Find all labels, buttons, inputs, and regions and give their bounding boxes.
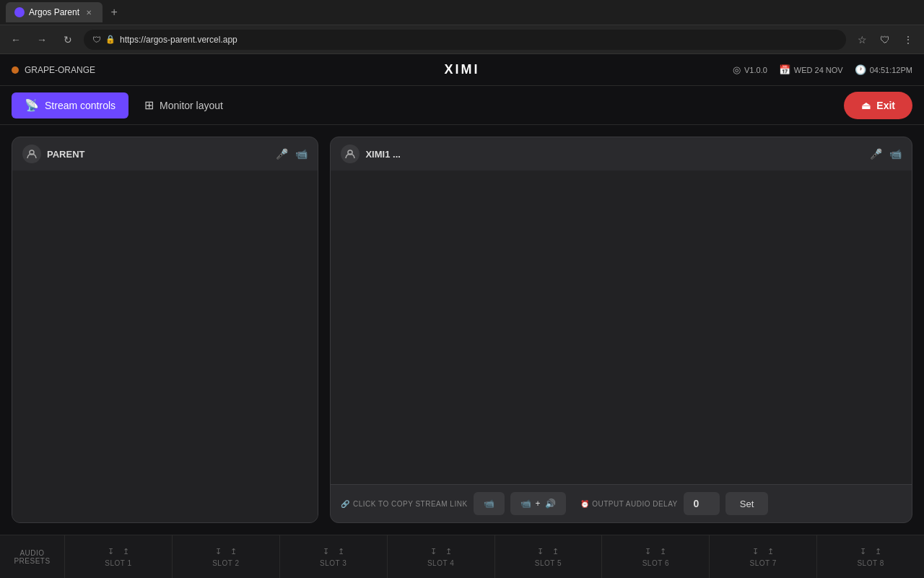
audio-presets-bar: AUDIO PRESETS ↧ ↥ SLOT 1 ↧ ↥ SLOT 2 ↧ ↥ … <box>0 535 924 578</box>
slot-7-arrows: ↧ ↥ <box>752 547 774 556</box>
alarm-icon: ⏰ <box>580 500 590 508</box>
ximi-panel: XIMI1 ... 🎤 📹 🔗 CLICK TO COPY STREAM LIN… <box>330 137 912 523</box>
ximi-video-area <box>331 171 912 484</box>
slot-1-up-arrow[interactable]: ↥ <box>123 547 129 556</box>
slot-7-down-arrow[interactable]: ↧ <box>752 547 759 556</box>
slot-8-label: SLOT 8 <box>857 559 884 567</box>
slot-1-arrows: ↧ ↥ <box>108 547 129 556</box>
exit-icon: ⏏ <box>861 100 871 111</box>
bookmark-button[interactable]: ☆ <box>852 30 872 50</box>
app-logo: XIMI <box>444 62 479 77</box>
parent-title-text: PARENT <box>47 149 84 160</box>
plus-icon: + <box>536 499 541 509</box>
slot-5-label: SLOT 5 <box>535 559 562 567</box>
address-bar[interactable]: 🛡 🔒 https://argos-parent.vercel.app <box>84 30 846 50</box>
slot-8-arrows: ↧ ↥ <box>860 547 881 556</box>
slot-7-label: SLOT 7 <box>750 559 777 567</box>
parent-panel-header: PARENT 🎤 📹 <box>12 137 318 171</box>
grid-icon: ⊞ <box>144 98 154 112</box>
tab-bar: Argos Parent ✕ + <box>6 2 918 22</box>
stream-link-section: 🔗 CLICK TO COPY STREAM LINK 📹 📹 + 🔊 <box>341 492 565 515</box>
time-text: 04:51:12PM <box>870 66 912 74</box>
slot-3-arrows: ↧ ↥ <box>323 547 344 556</box>
version-text: V1.0.0 <box>744 66 767 74</box>
shield-action-icon[interactable]: 🛡 <box>875 30 895 50</box>
ximi-camera-icon[interactable]: 📹 <box>889 148 902 160</box>
slot-7-up-arrow[interactable]: ↥ <box>767 547 774 556</box>
nav-actions: ☆ 🛡 ⋮ <box>852 30 918 50</box>
slot-2: ↧ ↥ SLOT 2 <box>173 535 280 578</box>
clock-icon: 🕐 <box>855 64 866 75</box>
header-left: GRAPE-ORANGE <box>12 65 95 75</box>
tab-close-button[interactable]: ✕ <box>84 7 94 17</box>
video-only-button[interactable]: 📹 <box>474 492 505 515</box>
video-icon: 📹 <box>484 499 494 509</box>
status-dot <box>12 66 19 74</box>
video-audio-button[interactable]: 📹 + 🔊 <box>510 492 566 515</box>
monitor-layout-label: Monitor layout <box>160 100 223 111</box>
slot-1-down-arrow[interactable]: ↧ <box>108 547 114 556</box>
back-button[interactable]: ← <box>6 30 26 50</box>
url-text: https://argos-parent.vercel.app <box>120 35 237 45</box>
slot-1: ↧ ↥ SLOT 1 <box>65 535 173 578</box>
parent-video-area <box>12 171 318 522</box>
version-info: ◎ V1.0.0 <box>733 64 767 75</box>
slot-8: ↧ ↥ SLOT 8 <box>817 535 924 578</box>
audio-delay-input[interactable] <box>684 492 720 515</box>
tab-favicon <box>14 7 25 17</box>
parent-avatar-icon <box>22 144 41 163</box>
stream-controls-tab[interactable]: 📡 Stream controls <box>12 92 128 118</box>
link-icon: 🔗 <box>341 500 350 508</box>
ximi-mic-icon[interactable]: 🎤 <box>870 148 882 160</box>
active-tab[interactable]: Argos Parent ✕ <box>6 2 103 22</box>
slot-4-up-arrow[interactable]: ↥ <box>445 547 452 556</box>
stream-controls-label: Stream controls <box>45 100 116 111</box>
slot-5-down-arrow[interactable]: ↧ <box>537 547 544 556</box>
slot-4-arrows: ↧ ↥ <box>430 547 452 556</box>
shield-icon: 🛡 <box>92 35 101 45</box>
slot-6-label: SLOT 6 <box>642 559 669 567</box>
forward-button[interactable]: → <box>32 30 52 50</box>
lock-icon: 🔒 <box>105 35 116 44</box>
more-button[interactable]: ⋮ <box>898 30 918 50</box>
version-icon: ◎ <box>733 64 741 75</box>
slot-6-up-arrow[interactable]: ↥ <box>660 547 666 556</box>
slot-3-up-arrow[interactable]: ↥ <box>338 547 344 556</box>
reload-button[interactable]: ↻ <box>58 30 78 50</box>
stream-icon: 📡 <box>25 98 39 112</box>
slot-5: ↧ ↥ SLOT 5 <box>495 535 603 578</box>
slot-3-down-arrow[interactable]: ↧ <box>323 547 329 556</box>
slot-2-down-arrow[interactable]: ↧ <box>215 547 222 556</box>
slot-2-arrows: ↧ ↥ <box>215 547 237 556</box>
audio-presets-label: AUDIO PRESETS <box>0 535 65 578</box>
monitor-layout-tab[interactable]: ⊞ Monitor layout <box>131 92 236 118</box>
set-delay-button[interactable]: Set <box>725 492 769 515</box>
slot-2-label: SLOT 2 <box>212 559 239 567</box>
parent-camera-icon[interactable]: 📹 <box>295 148 308 160</box>
slot-4-down-arrow[interactable]: ↧ <box>430 547 437 556</box>
exit-button[interactable]: ⏏ Exit <box>844 92 912 119</box>
slots-container: ↧ ↥ SLOT 1 ↧ ↥ SLOT 2 ↧ ↥ SLOT 3 ↧ ↥ S <box>65 535 924 578</box>
slot-8-up-arrow[interactable]: ↥ <box>875 547 881 556</box>
slot-6-down-arrow[interactable]: ↧ <box>645 547 651 556</box>
browser-chrome: Argos Parent ✕ + <box>0 0 924 25</box>
slot-8-down-arrow[interactable]: ↧ <box>860 547 866 556</box>
parent-mic-icon[interactable]: 🎤 <box>276 148 288 160</box>
new-tab-button[interactable]: + <box>105 4 123 21</box>
main-content: PARENT 🎤 📹 XIMI1 ... 🎤 � <box>0 125 924 535</box>
slot-5-arrows: ↧ ↥ <box>537 547 559 556</box>
audio-delay-label: ⏰ OUTPUT AUDIO DELAY <box>580 500 678 508</box>
ximi-avatar-icon <box>341 144 359 163</box>
slot-2-up-arrow[interactable]: ↥ <box>230 547 237 556</box>
toolbar: 📡 Stream controls ⊞ Monitor layout ⏏ Exi… <box>0 86 924 125</box>
calendar-icon: 📅 <box>779 64 790 75</box>
ximi-panel-footer: 🔗 CLICK TO COPY STREAM LINK 📹 📹 + 🔊 ⏰ OU… <box>331 484 912 522</box>
exit-label: Exit <box>876 100 895 111</box>
slot-3: ↧ ↥ SLOT 3 <box>280 535 388 578</box>
header-right: ◎ V1.0.0 📅 WED 24 NOV 🕐 04:51:12PM <box>733 64 912 75</box>
slot-4: ↧ ↥ SLOT 4 <box>388 535 495 578</box>
nav-bar: ← → ↻ 🛡 🔒 https://argos-parent.vercel.ap… <box>0 25 924 54</box>
slot-5-up-arrow[interactable]: ↥ <box>552 547 559 556</box>
ximi-panel-title: XIMI1 ... <box>341 144 400 163</box>
grape-label: GRAPE-ORANGE <box>25 65 95 75</box>
